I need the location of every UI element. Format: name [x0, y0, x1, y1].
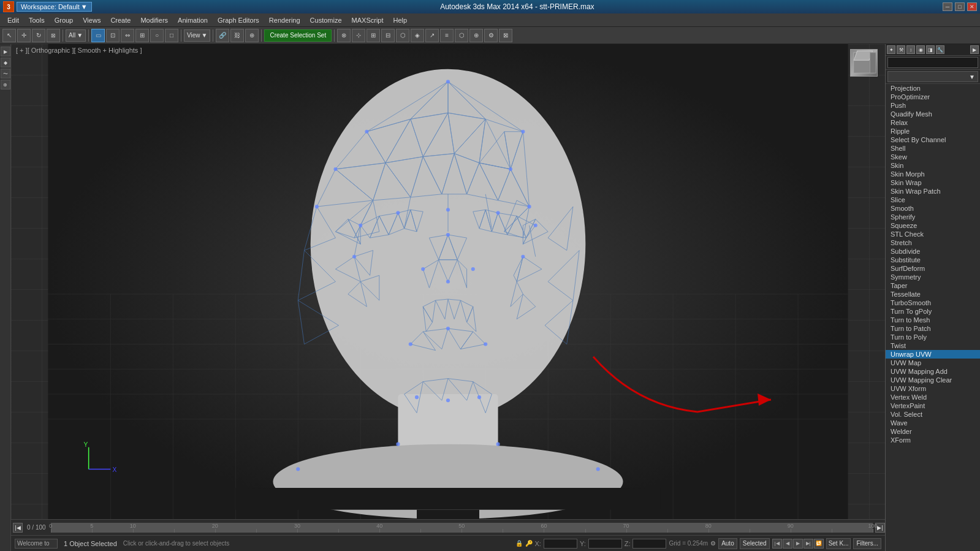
mod-wave[interactable]: Wave [886, 419, 980, 427]
toolbar-scale-btn[interactable]: ⊠ [47, 29, 60, 42]
mod-projection[interactable]: Projection [886, 84, 980, 93]
timeline-prev-btn[interactable]: |◀ [13, 523, 23, 533]
toolbar-bind-btn[interactable]: ⊕ [245, 29, 259, 42]
mod-taper[interactable]: Taper [886, 281, 980, 290]
workspace-button[interactable]: Workspace: Default ▼ [17, 2, 92, 12]
lt-play-btn[interactable]: ▶ [1, 47, 10, 56]
modifier-type-dropdown[interactable]: ▼ [887, 71, 978, 82]
toolbar-align2-btn[interactable]: ⊟ [381, 29, 395, 42]
selected-filter-dropdown[interactable]: Selected [740, 538, 770, 549]
menu-item-animation[interactable]: Animation [173, 15, 213, 25]
mod-turbosmooth[interactable]: TurboSmooth [886, 298, 980, 307]
pb-loop-btn[interactable]: 🔁 [814, 539, 824, 549]
timeline-track[interactable]: 05102030405060708090100 [51, 523, 873, 533]
lt-curve-btn[interactable]: 〜 [1, 69, 10, 78]
panel-icon-modify[interactable]: ⚒ [897, 45, 905, 54]
filters-btn[interactable]: Filters... [853, 538, 881, 549]
mod-shell[interactable]: Shell [886, 144, 980, 153]
panel-icon-create[interactable]: ✦ [887, 45, 895, 54]
toolbar-select-region-btn[interactable]: ▭ [91, 29, 105, 42]
filter-dropdown[interactable]: All ▼ [66, 29, 86, 42]
mod-uvw-mapping-clear[interactable]: UVW Mapping Clear [886, 376, 980, 384]
mod-slice[interactable]: Slice [886, 196, 980, 204]
panel-icon-expand[interactable]: ▶ [970, 45, 979, 54]
lt-key-btn[interactable]: ◆ [1, 58, 10, 67]
toolbar-curve-btn[interactable]: ↗ [425, 29, 439, 42]
z-coord-input[interactable] [632, 539, 666, 549]
mod-turn-to-patch[interactable]: Turn to Patch [886, 324, 980, 333]
mod-symmetry[interactable]: Symmetry [886, 273, 980, 281]
mod-vertexpaint[interactable]: VertexPaint [886, 401, 980, 410]
mod-push[interactable]: Push [886, 101, 980, 110]
toolbar-parent-btn[interactable]: ⬡ [455, 29, 468, 42]
mod-skin[interactable]: Skin [886, 161, 980, 170]
viewport[interactable]: [ + ][ Orthographic ][ Smooth + Highligh… [11, 44, 885, 519]
mod-ripple[interactable]: Ripple [886, 127, 980, 135]
object-name-input[interactable]: body__L001 [887, 57, 978, 68]
menu-item-customize[interactable]: Customize [305, 15, 347, 25]
mod-skew[interactable]: Skew [886, 153, 980, 161]
toolbar-move-btn[interactable]: ✛ [17, 29, 31, 42]
x-coord-input[interactable] [544, 539, 577, 549]
welcome-tab[interactable]: Welcome to [15, 539, 58, 549]
minimize-button[interactable]: ─ [943, 2, 952, 11]
mod-stretch[interactable]: Stretch [886, 238, 980, 247]
toolbar-rotate-btn[interactable]: ↻ [32, 29, 45, 42]
lt-anim-btn[interactable]: ⊕ [1, 80, 10, 89]
mod-xform[interactable]: XForm [886, 436, 980, 444]
mod-uvw-mapping-add[interactable]: UVW Mapping Add [886, 367, 980, 376]
pb-next-btn[interactable]: ▶| [803, 539, 813, 549]
menu-item-graph-editors[interactable]: Graph Editors [213, 15, 264, 25]
mod-unwrap-uvw[interactable]: Unwrap UVW [886, 350, 980, 359]
menu-item-views[interactable]: Views [78, 15, 105, 25]
mod-turn-to-mesh[interactable]: Turn to Mesh [886, 316, 980, 324]
mod-vertex-weld[interactable]: Vertex Weld [886, 393, 980, 401]
menu-item-group[interactable]: Group [50, 15, 78, 25]
mod-substitute[interactable]: Substitute [886, 256, 980, 264]
toolbar-render-btn[interactable]: ⬡ [396, 29, 409, 42]
toolbar-extra-btn[interactable]: ⊕ [469, 29, 483, 42]
mod-prooptimizer[interactable]: ProOptimizer [886, 93, 980, 101]
mod-vol-select[interactable]: Vol. Select [886, 410, 980, 419]
mod-skin-wrap-patch[interactable]: Skin Wrap Patch [886, 187, 980, 196]
mod-relax[interactable]: Relax [886, 118, 980, 127]
auto-key-btn[interactable]: Auto [718, 538, 737, 549]
mod-spherify[interactable]: Spherify [886, 213, 980, 221]
mod-tessellate[interactable]: Tessellate [886, 290, 980, 298]
create-selection-btn[interactable]: Create Selection Set [264, 29, 332, 42]
mod-turn-to-gpoly[interactable]: Turn To gPoly [886, 307, 980, 316]
mod-welder[interactable]: Welder [886, 427, 980, 436]
panel-icon-utils[interactable]: 🔧 [936, 45, 944, 54]
maximize-button[interactable]: □ [955, 2, 965, 11]
y-coord-input[interactable] [588, 539, 622, 549]
close-button[interactable]: ✕ [967, 2, 977, 11]
toolbar-layers-btn[interactable]: ≡ [440, 29, 454, 42]
toolbar-material-btn[interactable]: ◈ [411, 29, 424, 42]
toolbar-bone-btn[interactable]: ⊗ [337, 29, 351, 42]
panel-icon-hierarchy[interactable]: ↕ [906, 45, 915, 54]
mod-stl-check[interactable]: STL Check [886, 230, 980, 238]
menu-item-help[interactable]: Help [389, 15, 412, 25]
mod-surfdeform[interactable]: SurfDeform [886, 264, 980, 273]
mod-squeeze[interactable]: Squeeze [886, 221, 980, 230]
mod-uvw-xform[interactable]: UVW Xform [886, 384, 980, 393]
toolbar-align-btn[interactable]: ⊞ [135, 29, 149, 42]
pb-start-btn[interactable]: |◀ [772, 539, 782, 549]
toolbar-mirror-btn[interactable]: ⇔ [121, 29, 134, 42]
toolbar-link-btn[interactable]: 🔗 [216, 29, 229, 42]
mod-skin-wrap[interactable]: Skin Wrap [886, 178, 980, 187]
mod-smooth[interactable]: Smooth [886, 204, 980, 213]
view-dropdown[interactable]: View ▼ [184, 29, 210, 42]
toolbar-circle-btn[interactable]: ○ [150, 29, 164, 42]
toolbar-select-all-btn[interactable]: ⊡ [106, 29, 120, 42]
menu-item-modifiers[interactable]: Modifiers [135, 15, 173, 25]
mod-uvw-map[interactable]: UVW Map [886, 359, 980, 367]
pb-play-btn[interactable]: ▶ [793, 539, 803, 549]
panel-icon-motion[interactable]: ◉ [916, 45, 925, 54]
mod-twist[interactable]: Twist [886, 341, 980, 350]
panel-icon-display[interactable]: ◨ [926, 45, 935, 54]
mod-quadify-mesh[interactable]: Quadify Mesh [886, 110, 980, 118]
toolbar-snap2-btn[interactable]: ⊞ [367, 29, 380, 42]
mod-turn-to-poly[interactable]: Turn to Poly [886, 333, 980, 341]
menu-item-edit[interactable]: Edit [2, 15, 24, 25]
